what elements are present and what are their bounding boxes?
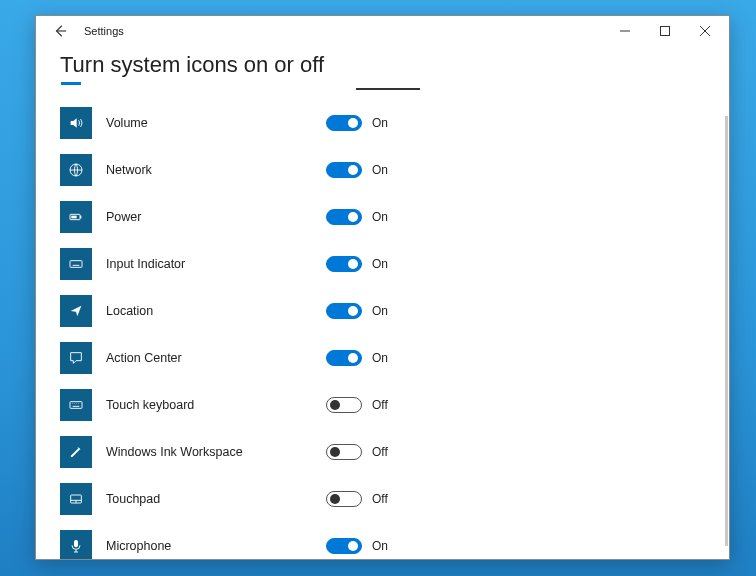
setting-row-ink: Windows Ink WorkspaceOff <box>60 428 705 475</box>
volume-icon <box>60 107 92 139</box>
toggle-wrap-actioncenter: On <box>326 350 388 366</box>
toggle-inputindicator[interactable] <box>326 256 362 272</box>
toggle-state-touchkeyboard: Off <box>372 398 388 412</box>
location-icon <box>60 295 92 327</box>
svg-point-17 <box>76 403 77 404</box>
setting-row-power: PowerOn <box>60 193 705 240</box>
toggle-wrap-inputindicator: On <box>326 256 388 272</box>
toggle-volume[interactable] <box>326 115 362 131</box>
system-icons-list: VolumeOnNetworkOnPowerOnInput IndicatorO… <box>60 99 705 559</box>
settings-window: Settings Turn system icons on or off Vol… <box>35 15 730 560</box>
setting-label-location: Location <box>106 304 326 318</box>
action-center-icon <box>60 342 92 374</box>
toggle-state-actioncenter: On <box>372 351 388 365</box>
touch-keyboard-icon <box>60 389 92 421</box>
toggle-state-volume: On <box>372 116 388 130</box>
svg-rect-7 <box>71 215 76 218</box>
setting-label-power: Power <box>106 210 326 224</box>
toggle-wrap-power: On <box>326 209 388 225</box>
setting-label-microphone: Microphone <box>106 539 326 553</box>
back-arrow-icon <box>53 24 67 38</box>
svg-rect-14 <box>70 401 82 408</box>
close-button[interactable] <box>685 17 725 45</box>
toggle-microphone[interactable] <box>326 538 362 554</box>
toggle-wrap-touchkeyboard: Off <box>326 397 388 413</box>
microphone-icon <box>60 530 92 560</box>
toggle-state-microphone: On <box>372 539 388 553</box>
setting-label-volume: Volume <box>106 116 326 130</box>
setting-row-actioncenter: Action CenterOn <box>60 334 705 381</box>
setting-row-volume: VolumeOn <box>60 99 705 146</box>
toggle-wrap-location: On <box>326 303 388 319</box>
setting-row-microphone: MicrophoneOn <box>60 522 705 559</box>
titlebar: Settings <box>36 16 729 46</box>
toggle-touchpad[interactable] <box>326 491 362 507</box>
toggle-state-network: On <box>372 163 388 177</box>
setting-row-touchkeyboard: Touch keyboardOff <box>60 381 705 428</box>
window-controls <box>605 17 725 45</box>
svg-rect-1 <box>661 27 670 36</box>
toggle-touchkeyboard[interactable] <box>326 397 362 413</box>
setting-row-location: LocationOn <box>60 287 705 334</box>
toggle-actioncenter[interactable] <box>326 350 362 366</box>
maximize-button[interactable] <box>645 17 685 45</box>
setting-label-ink: Windows Ink Workspace <box>106 445 326 459</box>
toggle-state-location: On <box>372 304 388 318</box>
setting-label-actioncenter: Action Center <box>106 351 326 365</box>
toggle-wrap-touchpad: Off <box>326 491 388 507</box>
window-title: Settings <box>84 25 124 37</box>
setting-label-inputindicator: Input Indicator <box>106 257 326 271</box>
power-icon <box>60 201 92 233</box>
svg-rect-8 <box>70 260 82 267</box>
toggle-state-ink: Off <box>372 445 388 459</box>
svg-point-16 <box>74 403 75 404</box>
network-icon <box>60 154 92 186</box>
accent-indicator <box>61 82 81 85</box>
setting-row-network: NetworkOn <box>60 146 705 193</box>
toggle-ink[interactable] <box>326 444 362 460</box>
ink-icon <box>60 436 92 468</box>
toggle-network[interactable] <box>326 162 362 178</box>
toggle-wrap-microphone: On <box>326 538 388 554</box>
toggle-wrap-ink: Off <box>326 444 388 460</box>
toggle-location[interactable] <box>326 303 362 319</box>
setting-row-inputindicator: Input IndicatorOn <box>60 240 705 287</box>
toggle-wrap-network: On <box>326 162 388 178</box>
svg-point-15 <box>72 403 73 404</box>
toggle-state-touchpad: Off <box>372 492 388 506</box>
setting-row-touchpad: TouchpadOff <box>60 475 705 522</box>
svg-point-18 <box>78 403 79 404</box>
close-icon <box>700 26 710 36</box>
svg-rect-23 <box>74 540 78 547</box>
touchpad-icon <box>60 483 92 515</box>
setting-label-touchpad: Touchpad <box>106 492 326 506</box>
setting-label-touchkeyboard: Touch keyboard <box>106 398 326 412</box>
page-title: Turn system icons on or off <box>60 52 705 78</box>
toggle-state-inputindicator: On <box>372 257 388 271</box>
setting-label-network: Network <box>106 163 326 177</box>
toggle-state-power: On <box>372 210 388 224</box>
content-area: Turn system icons on or off VolumeOnNetw… <box>36 46 729 559</box>
maximize-icon <box>660 26 670 36</box>
svg-rect-6 <box>80 215 81 218</box>
separator <box>356 88 420 90</box>
toggle-power[interactable] <box>326 209 362 225</box>
input-indicator-icon <box>60 248 92 280</box>
back-button[interactable] <box>50 21 70 41</box>
minimize-icon <box>620 26 630 36</box>
scrollbar[interactable] <box>725 116 728 546</box>
toggle-wrap-volume: On <box>326 115 388 131</box>
minimize-button[interactable] <box>605 17 645 45</box>
